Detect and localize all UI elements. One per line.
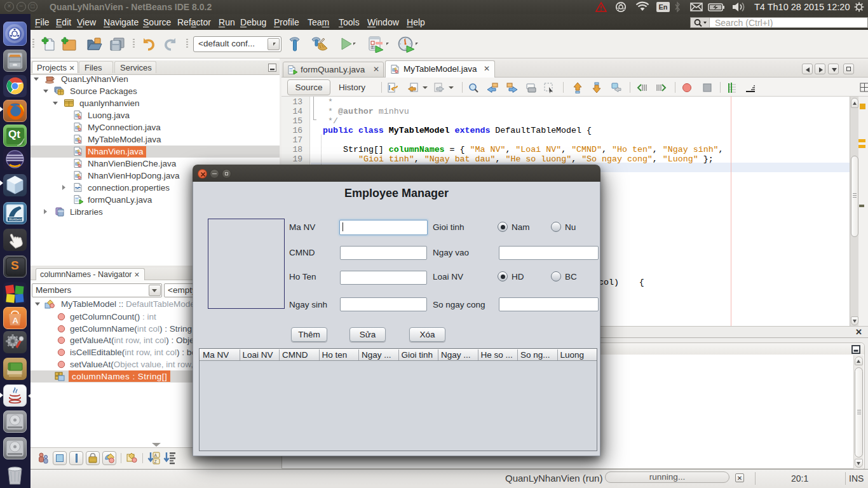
svg-text:Workbench: Workbench xyxy=(9,218,24,221)
svg-text:A: A xyxy=(13,316,19,325)
svg-text:Z: Z xyxy=(154,459,157,464)
svg-text:A: A xyxy=(154,453,158,458)
svg-text:3: 3 xyxy=(372,45,374,49)
